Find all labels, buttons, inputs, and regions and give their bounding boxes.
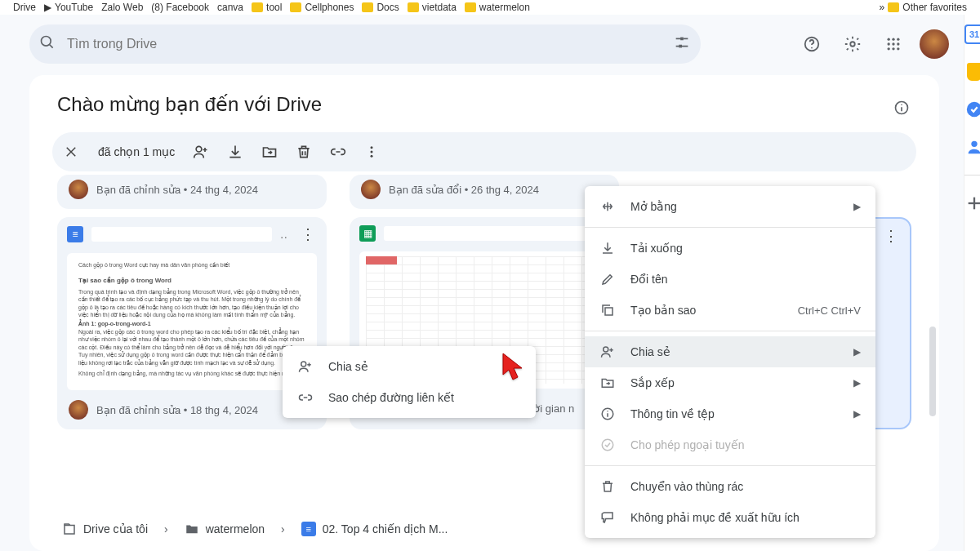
help-icon[interactable] (797, 29, 826, 59)
calendar-icon[interactable]: 31 (964, 24, 980, 44)
more-icon[interactable]: ⋮ (296, 225, 320, 243)
ctx-share[interactable]: Chia sẻ▶ (585, 336, 875, 367)
svg-point-32 (604, 347, 608, 352)
ctx-rename[interactable]: Đổi tên (585, 264, 875, 295)
ctx-open-with[interactable]: Mở bằng▶ (585, 191, 875, 222)
card-subtitle: Bạn đã chỉnh sửa • 24 thg 4, 2024 (96, 184, 258, 196)
ctx-download[interactable]: Tải xuống (585, 233, 875, 264)
bookmark[interactable]: tool (252, 2, 282, 13)
bookmark[interactable]: ▶ YouTube (44, 2, 93, 13)
recent-card[interactable]: Bạn đã sửa đổi • 26 thg 4, 2024 (350, 175, 619, 209)
avatar (69, 180, 88, 199)
ctx-not-suggest[interactable]: Không phải mục đề xuất hữu ích (585, 502, 875, 533)
svg-point-0 (42, 37, 51, 47)
svg-point-11 (892, 42, 894, 45)
svg-rect-3 (679, 45, 682, 48)
svg-point-38 (602, 439, 613, 451)
thumbs-down-icon (599, 510, 616, 525)
ctx-trash[interactable]: Chuyển vào thùng rác (585, 471, 875, 502)
card-subtitle: Bạn đã sửa đổi • 26 thg 4, 2024 (389, 184, 539, 196)
ctx-file-info[interactable]: Thông tin về tệp▶ (585, 398, 875, 429)
svg-point-40 (971, 141, 977, 147)
breadcrumb-folder[interactable]: watermelon (178, 518, 271, 540)
avatar (361, 180, 381, 199)
tasks-icon[interactable] (964, 100, 980, 119)
scrollbar[interactable] (929, 327, 936, 416)
bookmark[interactable]: Docs (362, 2, 399, 13)
bookmarks-overflow[interactable]: » Other favorites (880, 2, 967, 13)
file-name (384, 226, 612, 241)
ctx-organize[interactable]: Sắp xếp▶ (585, 367, 875, 398)
bookmark[interactable]: vietdata (408, 2, 457, 13)
bookmark[interactable]: canva (217, 2, 243, 13)
open-with-icon (599, 199, 616, 214)
bookmarks-bar: Drive ▶ YouTube Zalo Web (8) Facebook ca… (0, 0, 980, 15)
shortcut-label: Ctrl+C Ctrl+V (798, 304, 861, 317)
apps-grid-icon[interactable] (879, 29, 908, 59)
link-icon (297, 390, 314, 405)
chevron-right-icon: ▶ (853, 377, 861, 389)
bookmark[interactable]: Zalo Web (101, 2, 143, 13)
keep-icon[interactable] (964, 62, 980, 82)
recent-card[interactable]: Bạn đã chỉnh sửa • 24 thg 4, 2024 (57, 175, 327, 209)
folder-move-icon (599, 375, 616, 390)
settings-icon[interactable] (838, 29, 867, 59)
close-icon[interactable] (64, 144, 80, 159)
context-menu: Mở bằng▶ Tải xuống Đổi tên Tạo bản saoCt… (585, 186, 875, 538)
submenu-share[interactable]: Chia sẻ (283, 351, 536, 382)
share-person-icon[interactable] (193, 144, 209, 160)
svg-point-9 (897, 38, 899, 41)
svg-point-24 (371, 146, 373, 149)
docs-icon: ≡ (67, 226, 83, 242)
chevron-right-icon: ▶ (853, 346, 861, 358)
submenu-copy-link[interactable]: Sao chép đường liên kết (283, 382, 536, 413)
svg-point-26 (371, 155, 373, 158)
svg-point-13 (888, 47, 890, 50)
svg-point-5 (811, 47, 813, 49)
ctx-offline: Cho phép ngoại tuyến (585, 429, 875, 460)
account-avatar[interactable] (920, 29, 949, 59)
contacts-icon[interactable] (964, 137, 980, 157)
add-icon[interactable] (964, 193, 980, 213)
page-title: Chào mừng bạn đến với Drive (29, 91, 939, 119)
info-icon[interactable] (887, 93, 916, 122)
svg-rect-31 (605, 308, 612, 315)
more-icon[interactable]: ⋮ (879, 227, 903, 245)
svg-point-25 (371, 151, 373, 153)
breadcrumb-file[interactable]: ≡ 02. Top 4 chiến dịch M... (295, 518, 455, 540)
search-options-icon[interactable] (673, 33, 691, 55)
chevron-right-icon: › (281, 522, 285, 535)
search-icon (39, 34, 56, 54)
cursor-pointer (500, 352, 528, 388)
svg-point-14 (892, 47, 894, 50)
more-icon[interactable] (364, 144, 381, 159)
bookmark[interactable]: watermelon (465, 2, 530, 13)
delete-icon[interactable] (296, 144, 312, 160)
download-icon[interactable] (227, 144, 243, 160)
bookmark[interactable]: (8) Facebook (151, 2, 209, 13)
svg-point-18 (901, 104, 902, 105)
side-panel: 31 (964, 15, 980, 551)
download-icon (599, 241, 616, 256)
search-box[interactable] (29, 24, 701, 64)
svg-point-8 (892, 38, 894, 41)
svg-point-6 (850, 42, 855, 47)
ctx-make-copy[interactable]: Tạo bản saoCtrl+C Ctrl+V (585, 295, 875, 326)
person-add-icon (297, 359, 314, 374)
file-name (91, 227, 272, 242)
bookmark[interactable]: Drive (13, 2, 36, 13)
breadcrumb-root[interactable]: Drive của tôi (56, 518, 154, 540)
svg-rect-2 (680, 38, 684, 41)
search-input[interactable] (67, 37, 662, 51)
card-subtitle: Bạn đã chỉnh sửa • 18 thg 4, 2024 (96, 404, 258, 416)
svg-point-7 (888, 38, 890, 41)
selection-count: đã chọn 1 mục (98, 145, 175, 158)
offline-icon (599, 438, 616, 452)
bookmark[interactable]: Cellphones (290, 2, 354, 13)
copy-icon (599, 303, 616, 318)
svg-point-12 (897, 42, 899, 45)
svg-point-21 (196, 146, 202, 152)
link-icon[interactable] (330, 144, 346, 160)
move-to-icon[interactable] (261, 144, 278, 160)
chevron-right-icon: › (164, 522, 168, 535)
